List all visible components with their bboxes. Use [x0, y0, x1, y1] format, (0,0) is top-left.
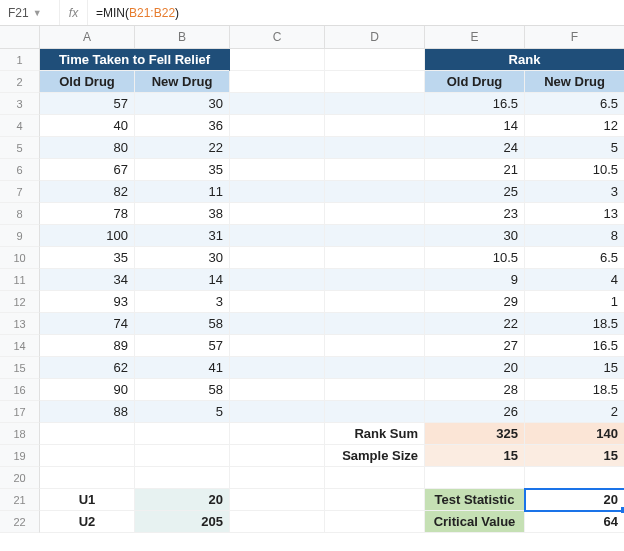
col-header[interactable]: A — [40, 26, 135, 49]
empty-cell[interactable] — [230, 357, 325, 379]
col-header[interactable]: E — [425, 26, 525, 49]
row-header[interactable]: 16 — [0, 379, 40, 401]
empty-cell[interactable] — [230, 291, 325, 313]
data-cell[interactable]: 18.5 — [525, 313, 624, 335]
empty-cell[interactable] — [325, 225, 425, 247]
data-cell[interactable]: 18.5 — [525, 379, 624, 401]
spreadsheet-grid[interactable]: ABCDEF1Time Taken to Fell ReliefRank2Old… — [0, 26, 624, 533]
data-cell[interactable]: 20 — [425, 357, 525, 379]
empty-cell[interactable] — [40, 423, 135, 445]
row-header[interactable]: 2 — [0, 71, 40, 93]
empty-cell[interactable] — [325, 379, 425, 401]
empty-cell[interactable] — [230, 423, 325, 445]
data-cell[interactable]: 82 — [40, 181, 135, 203]
data-cell[interactable]: 40 — [40, 115, 135, 137]
col-header[interactable]: B — [135, 26, 230, 49]
empty-cell[interactable] — [230, 247, 325, 269]
data-cell[interactable]: 10.5 — [425, 247, 525, 269]
empty-cell[interactable] — [40, 467, 135, 489]
data-cell[interactable]: 30 — [135, 247, 230, 269]
data-cell[interactable]: 22 — [135, 137, 230, 159]
data-cell[interactable]: 3 — [135, 291, 230, 313]
empty-cell[interactable] — [135, 467, 230, 489]
test-stat-value[interactable]: 20 — [525, 489, 624, 511]
row-header[interactable]: 5 — [0, 137, 40, 159]
data-cell[interactable]: 23 — [425, 203, 525, 225]
data-cell[interactable]: 14 — [425, 115, 525, 137]
empty-cell[interactable] — [425, 467, 525, 489]
formula-input[interactable]: =MIN(B21:B22) — [88, 0, 187, 25]
data-cell[interactable]: 16.5 — [525, 335, 624, 357]
row-header[interactable]: 8 — [0, 203, 40, 225]
data-cell[interactable]: 16.5 — [425, 93, 525, 115]
data-cell[interactable]: 57 — [40, 93, 135, 115]
row-header[interactable]: 17 — [0, 401, 40, 423]
empty-cell[interactable] — [325, 115, 425, 137]
row-header[interactable]: 21 — [0, 489, 40, 511]
row-header[interactable]: 1 — [0, 49, 40, 71]
data-cell[interactable]: 5 — [525, 137, 624, 159]
empty-cell[interactable] — [230, 71, 325, 93]
sample-size-new[interactable]: 15 — [525, 445, 624, 467]
row-header[interactable]: 12 — [0, 291, 40, 313]
row-header[interactable]: 3 — [0, 93, 40, 115]
empty-cell[interactable] — [325, 203, 425, 225]
name-box[interactable]: F21 ▼ — [0, 0, 60, 25]
u1-value[interactable]: 20 — [135, 489, 230, 511]
empty-cell[interactable] — [325, 291, 425, 313]
row-header[interactable]: 13 — [0, 313, 40, 335]
empty-cell[interactable] — [230, 159, 325, 181]
empty-cell[interactable] — [325, 489, 425, 511]
fx-icon[interactable]: fx — [60, 0, 88, 25]
empty-cell[interactable] — [325, 159, 425, 181]
empty-cell[interactable] — [135, 423, 230, 445]
data-cell[interactable]: 24 — [425, 137, 525, 159]
empty-cell[interactable] — [525, 467, 624, 489]
empty-cell[interactable] — [325, 49, 425, 71]
empty-cell[interactable] — [135, 445, 230, 467]
empty-cell[interactable] — [230, 489, 325, 511]
row-header[interactable]: 18 — [0, 423, 40, 445]
empty-cell[interactable] — [230, 313, 325, 335]
data-cell[interactable]: 38 — [135, 203, 230, 225]
empty-cell[interactable] — [230, 203, 325, 225]
empty-cell[interactable] — [230, 379, 325, 401]
row-header[interactable]: 15 — [0, 357, 40, 379]
data-cell[interactable]: 78 — [40, 203, 135, 225]
data-cell[interactable]: 13 — [525, 203, 624, 225]
empty-cell[interactable] — [230, 269, 325, 291]
data-cell[interactable]: 29 — [425, 291, 525, 313]
empty-cell[interactable] — [230, 49, 325, 71]
empty-cell[interactable] — [230, 115, 325, 137]
rank-sum-new[interactable]: 140 — [525, 423, 624, 445]
data-cell[interactable]: 58 — [135, 313, 230, 335]
data-cell[interactable]: 30 — [425, 225, 525, 247]
data-cell[interactable]: 14 — [135, 269, 230, 291]
data-cell[interactable]: 10.5 — [525, 159, 624, 181]
data-cell[interactable]: 1 — [525, 291, 624, 313]
empty-cell[interactable] — [325, 269, 425, 291]
data-cell[interactable]: 80 — [40, 137, 135, 159]
u2-value[interactable]: 205 — [135, 511, 230, 533]
data-cell[interactable]: 36 — [135, 115, 230, 137]
data-cell[interactable]: 100 — [40, 225, 135, 247]
data-cell[interactable]: 2 — [525, 401, 624, 423]
empty-cell[interactable] — [325, 181, 425, 203]
data-cell[interactable]: 6.5 — [525, 93, 624, 115]
row-header[interactable]: 11 — [0, 269, 40, 291]
data-cell[interactable]: 3 — [525, 181, 624, 203]
empty-cell[interactable] — [40, 445, 135, 467]
row-header[interactable]: 14 — [0, 335, 40, 357]
crit-val-value[interactable]: 64 — [525, 511, 624, 533]
row-header[interactable]: 7 — [0, 181, 40, 203]
row-header[interactable]: 9 — [0, 225, 40, 247]
data-cell[interactable]: 90 — [40, 379, 135, 401]
data-cell[interactable]: 11 — [135, 181, 230, 203]
empty-cell[interactable] — [230, 93, 325, 115]
dropdown-icon[interactable]: ▼ — [33, 8, 42, 18]
data-cell[interactable]: 9 — [425, 269, 525, 291]
data-cell[interactable]: 12 — [525, 115, 624, 137]
data-cell[interactable]: 27 — [425, 335, 525, 357]
data-cell[interactable]: 67 — [40, 159, 135, 181]
data-cell[interactable]: 22 — [425, 313, 525, 335]
